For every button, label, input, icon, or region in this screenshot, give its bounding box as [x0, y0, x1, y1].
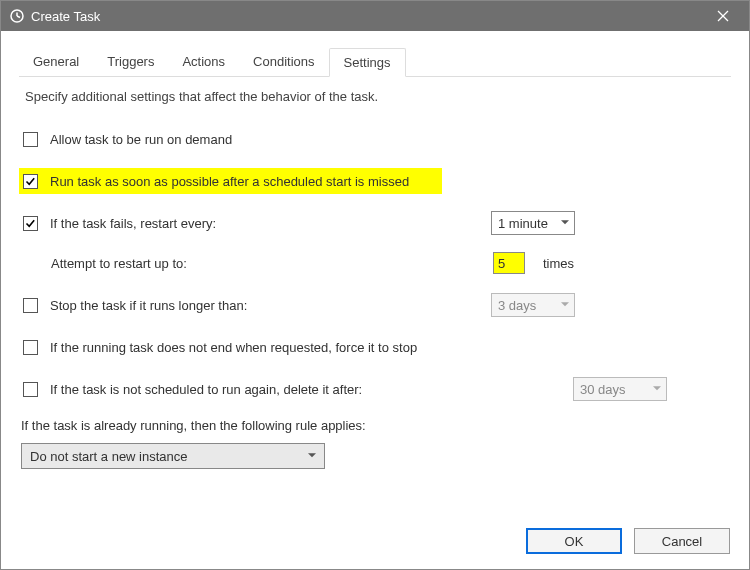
checkbox-force-stop[interactable]: [23, 340, 38, 355]
combo-delete-after-value: 30 days: [580, 382, 626, 397]
label-running-rule: If the task is already running, then the…: [21, 418, 731, 433]
ok-button[interactable]: OK: [526, 528, 622, 554]
label-times: times: [543, 256, 574, 271]
input-attempt-count[interactable]: [493, 252, 525, 274]
combo-running-rule-value: Do not start a new instance: [30, 449, 188, 464]
checkbox-restart-on-fail[interactable]: [23, 216, 38, 231]
intro-text: Specify additional settings that affect …: [25, 89, 731, 104]
tab-settings[interactable]: Settings: [329, 48, 406, 77]
combo-stop-if-longer[interactable]: 3 days: [491, 293, 575, 317]
label-allow-on-demand: Allow task to be run on demand: [50, 132, 232, 147]
label-delete-after: If the task is not scheduled to run agai…: [50, 382, 362, 397]
label-run-after-missed: Run task as soon as possible after a sch…: [50, 174, 409, 189]
clock-icon: [9, 8, 25, 24]
combo-delete-after[interactable]: 30 days: [573, 377, 667, 401]
window-title: Create Task: [31, 9, 100, 24]
checkbox-allow-on-demand[interactable]: [23, 132, 38, 147]
label-stop-if-longer: Stop the task if it runs longer than:: [50, 298, 247, 313]
close-button[interactable]: [705, 1, 741, 31]
combo-restart-interval-value: 1 minute: [498, 216, 548, 231]
tab-actions[interactable]: Actions: [168, 48, 239, 77]
label-attempt-restart: Attempt to restart up to:: [51, 256, 187, 271]
combo-stop-if-longer-value: 3 days: [498, 298, 536, 313]
label-force-stop: If the running task does not end when re…: [50, 340, 417, 355]
checkbox-stop-if-longer[interactable]: [23, 298, 38, 313]
tabstrip: General Triggers Actions Conditions Sett…: [19, 47, 731, 77]
tab-triggers[interactable]: Triggers: [93, 48, 168, 77]
label-restart-on-fail: If the task fails, restart every:: [50, 216, 216, 231]
checkbox-run-after-missed[interactable]: [23, 174, 38, 189]
combo-restart-interval[interactable]: 1 minute: [491, 211, 575, 235]
tab-general[interactable]: General: [19, 48, 93, 77]
svg-line-2: [17, 16, 20, 18]
cancel-button[interactable]: Cancel: [634, 528, 730, 554]
combo-running-rule[interactable]: Do not start a new instance: [21, 443, 325, 469]
tab-conditions[interactable]: Conditions: [239, 48, 328, 77]
checkbox-delete-after[interactable]: [23, 382, 38, 397]
titlebar: Create Task: [1, 1, 749, 31]
